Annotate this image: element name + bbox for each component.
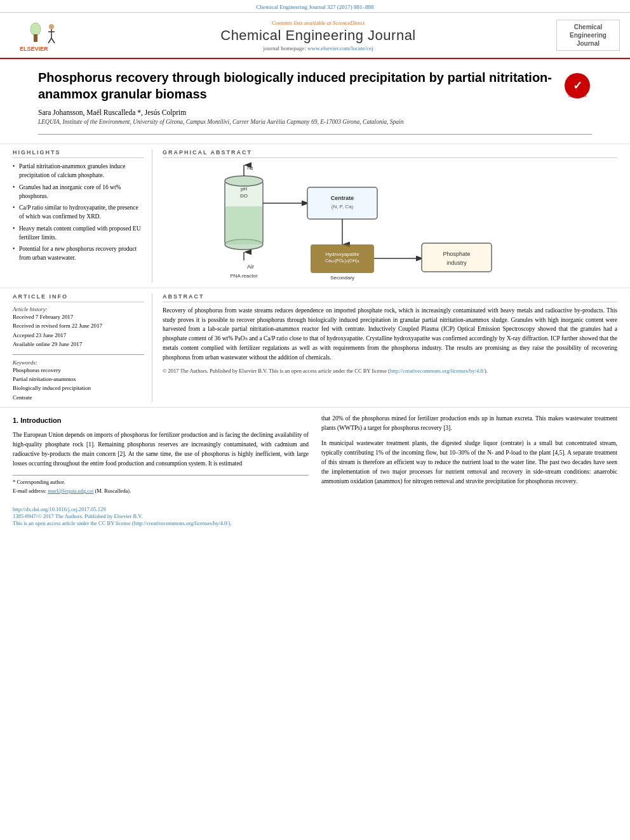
revised-date: Received in revised form 22 June 2017 bbox=[13, 321, 144, 330]
article-info-abstract-section: ARTICLE INFO Article history: Received 7… bbox=[0, 288, 630, 408]
svg-text:PNA reactor: PNA reactor bbox=[230, 273, 257, 279]
license-text: © 2017 The Authors. Published by Elsevie… bbox=[163, 367, 617, 375]
highlights-graphical-section: HIGHLIGHTS Partial nitritation-anammox g… bbox=[0, 144, 630, 288]
svg-text:industry: industry bbox=[446, 260, 467, 266]
available-date: Available online 29 June 2017 bbox=[13, 340, 144, 349]
graphical-abstract-svg: pH DO N₂ Air PNA reactor Centrate (N, P,… bbox=[163, 162, 617, 283]
svg-point-1 bbox=[30, 23, 41, 36]
body-right-column: that 20% of the phosphorus mined for fer… bbox=[321, 414, 617, 496]
svg-text:CrossMark: CrossMark bbox=[568, 94, 587, 98]
accepted-date: Accepted 23 June 2017 bbox=[13, 331, 144, 340]
keyword-3: Biologically induced precipitation bbox=[13, 383, 144, 392]
doi-url[interactable]: http://dx.doi.org/10.1016/j.cej.2017.05.… bbox=[13, 506, 105, 512]
author-names: Sara Johansson, Maël Ruscalleda *, Jesús… bbox=[38, 109, 186, 116]
keywords-label: Keywords: bbox=[13, 359, 37, 366]
svg-point-3 bbox=[49, 24, 54, 29]
doi-links-section: http://dx.doi.org/10.1016/j.cej.2017.05.… bbox=[0, 506, 630, 531]
graphical-abstract-image: pH DO N₂ Air PNA reactor Centrate (N, P,… bbox=[163, 162, 617, 283]
citation-text: Chemical Engineering Journal 327 (2017) … bbox=[256, 4, 373, 10]
svg-rect-24 bbox=[307, 187, 377, 219]
highlight-item-3: Ca/P ratio similar to hydroxyapatite, th… bbox=[13, 203, 144, 222]
svg-rect-15 bbox=[225, 206, 262, 244]
authors: Sara Johansson, Maël Ruscalleda *, Jesús… bbox=[38, 109, 557, 116]
article-info-label: ARTICLE INFO bbox=[13, 293, 144, 302]
article-history: Article history: Received 7 February 201… bbox=[13, 306, 144, 349]
affiliation: LEQUIA, Institute of the Environment, Un… bbox=[38, 119, 557, 125]
highlights-column: HIGHLIGHTS Partial nitritation-anammox g… bbox=[13, 149, 152, 283]
highlight-item-4: Heavy metals content complied with propo… bbox=[13, 224, 144, 243]
keyword-1: Phosphorus recovery bbox=[13, 366, 144, 375]
intro-para-1: The European Union depends on imports of… bbox=[13, 430, 309, 469]
keyword-4: Centrate bbox=[13, 393, 144, 402]
svg-text:ELSEVIER: ELSEVIER bbox=[20, 46, 48, 52]
abstract-label: ABSTRACT bbox=[163, 293, 617, 302]
journal-sidebar-label: ChemicalEngineeringJournal bbox=[556, 20, 620, 51]
journal-title: Chemical Engineering Journal bbox=[80, 27, 556, 44]
svg-text:✓: ✓ bbox=[573, 79, 582, 92]
elsevier-logo: ELSEVIER bbox=[17, 18, 74, 53]
svg-text:Phosphate: Phosphate bbox=[443, 251, 470, 257]
svg-text:Centrate: Centrate bbox=[331, 195, 354, 201]
body-left-column: 1. Introduction The European Union depen… bbox=[13, 414, 309, 496]
email-link[interactable]: mael@lequia.udg.cat bbox=[48, 488, 93, 494]
sciencedirect-label: Contents lists available at ScienceDirec… bbox=[80, 20, 556, 26]
svg-text:Secondary: Secondary bbox=[330, 275, 354, 281]
svg-text:Air: Air bbox=[247, 263, 254, 270]
svg-text:N₂: N₂ bbox=[247, 164, 254, 171]
svg-point-13 bbox=[225, 176, 263, 186]
elsevier-logo-area: ELSEVIER bbox=[10, 18, 80, 53]
highlights-list: Partial nitritation-anammox granules ind… bbox=[13, 162, 144, 263]
svg-rect-34 bbox=[422, 243, 492, 272]
crossmark-badge: ✓ CrossMark bbox=[563, 72, 592, 102]
svg-text:(N, P, Ca): (N, P, Ca) bbox=[332, 204, 354, 210]
intro-para-2: that 20% of the phosphorus mined for fer… bbox=[321, 414, 617, 433]
abstract-column: ABSTRACT Recovery of phosphorus from was… bbox=[163, 293, 617, 402]
license-url[interactable]: http://creativecommons.org/licenses/by/4… bbox=[390, 368, 485, 374]
doi-line-1: http://dx.doi.org/10.1016/j.cej.2017.05.… bbox=[13, 506, 617, 512]
journal-header: ELSEVIER Contents lists available at Sci… bbox=[0, 13, 630, 59]
abstract-text: Recovery of phosphorus from waste stream… bbox=[163, 306, 617, 362]
svg-rect-2 bbox=[34, 34, 37, 42]
corresponding-author: * Corresponding author. bbox=[13, 478, 309, 487]
sciencedirect-link-text[interactable]: ScienceDirect bbox=[333, 20, 365, 26]
graphical-abstract-column: GRAPHICAL ABSTRACT pH DO N₂ Air PNA reac bbox=[163, 149, 617, 283]
svg-text:DO: DO bbox=[240, 193, 248, 199]
svg-text:Ca₁₀(PO₄)₆(OH)₂: Ca₁₀(PO₄)₆(OH)₂ bbox=[325, 258, 359, 263]
body-section: 1. Introduction The European Union depen… bbox=[0, 408, 630, 502]
article-title: Phosphorus recovery through biologically… bbox=[38, 69, 557, 102]
highlight-item-2: Granules had an inorganic core of 16 wt%… bbox=[13, 183, 144, 201]
svg-text:raw material: raw material bbox=[328, 281, 356, 283]
doi-line-3: This is an open access article under the… bbox=[13, 520, 617, 526]
svg-text:pH: pH bbox=[241, 186, 247, 192]
history-label: Article history: bbox=[13, 306, 48, 312]
graphical-abstract-label: GRAPHICAL ABSTRACT bbox=[163, 149, 617, 158]
journal-citation: Chemical Engineering Journal 327 (2017) … bbox=[0, 0, 630, 13]
keyword-2: Partial nitritation-anammox bbox=[13, 375, 144, 383]
intro-para-3: In municipal wastewater treatment plants… bbox=[321, 439, 617, 487]
highlights-label: HIGHLIGHTS bbox=[13, 149, 144, 158]
highlight-item-5: Potential for a new phosphorus recovery … bbox=[13, 244, 144, 263]
highlight-item-1: Partial nitritation-anammox granules ind… bbox=[13, 162, 144, 180]
homepage-url[interactable]: www.elsevier.com/locate/cej bbox=[307, 45, 373, 51]
article-title-section: Phosphorus recovery through biologically… bbox=[0, 59, 630, 144]
footnote-area: * Corresponding author. E-mail address: … bbox=[13, 475, 309, 495]
svg-text:Hydroxyapatite: Hydroxyapatite bbox=[325, 251, 359, 257]
journal-title-area: Contents lists available at ScienceDirec… bbox=[80, 20, 556, 51]
introduction-heading: 1. Introduction bbox=[13, 415, 309, 427]
received-date: Received 7 February 2017 bbox=[13, 312, 144, 321]
email-footnote: E-mail address: mael@lequia.udg.cat (M. … bbox=[13, 487, 309, 496]
journal-homepage: journal homepage: www.elsevier.com/locat… bbox=[80, 45, 556, 51]
doi-line-2: 1385-8947/© 2017 The Authors. Published … bbox=[13, 513, 617, 519]
article-info-column: ARTICLE INFO Article history: Received 7… bbox=[13, 293, 152, 402]
keywords-section: Keywords: Phosphorus recovery Partial ni… bbox=[13, 359, 144, 403]
